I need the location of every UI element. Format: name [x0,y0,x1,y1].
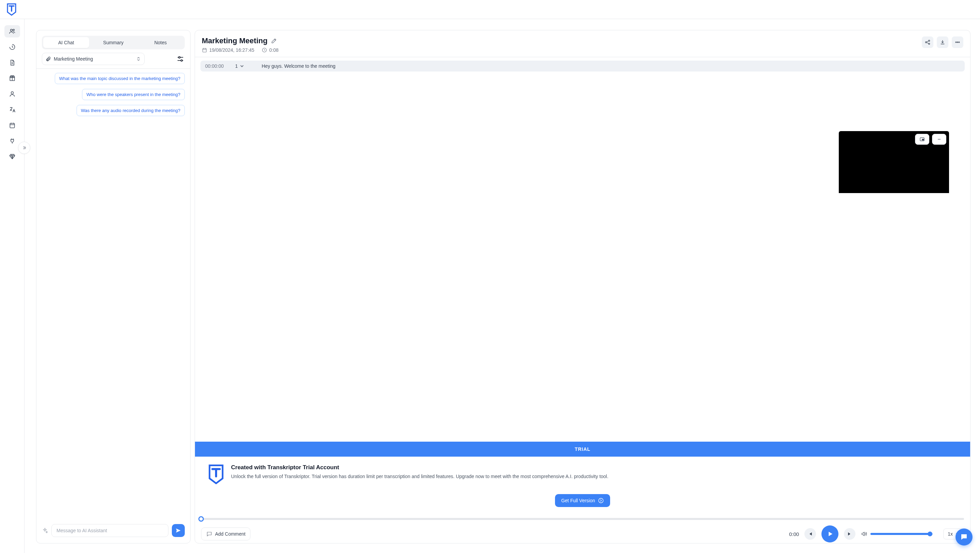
transcript-text: Hey guys. Welcome to the meeting [262,63,336,69]
svg-rect-4 [10,123,14,128]
svg-point-5 [179,57,180,58]
video-preview [839,131,949,193]
sidebar-item-gem[interactable] [5,150,20,163]
sidebar-item-calendar[interactable] [5,119,20,131]
svg-point-14 [959,42,959,43]
attachment-label: Marketing Meeting [54,56,93,62]
calendar-icon [202,47,207,53]
support-chat-fab[interactable] [956,529,972,545]
tab-ai-chat[interactable]: AI Chat [43,37,89,48]
clock-icon [262,47,267,53]
trial-banner: TRIAL [195,441,970,457]
chat-icon [960,533,968,541]
transcript-time: 00:00:00 [205,63,229,69]
send-icon [175,528,181,534]
download-icon [940,39,946,45]
transcript-speaker-select[interactable]: 1 [235,63,256,69]
get-full-version-button[interactable]: Get Full Version [555,494,610,507]
edit-title-icon[interactable] [271,38,277,44]
prev-button[interactable] [804,528,816,540]
attachment-select[interactable]: Marketing Meeting [42,53,145,65]
next-button[interactable] [844,528,856,540]
svg-rect-7 [203,48,207,52]
transcript-row[interactable]: 00:00:00 1 Hey guys. Welcome to the meet… [200,61,965,72]
meeting-duration: 0:08 [262,47,278,53]
sidebar-item-gift[interactable] [5,72,20,84]
sidebar-item-doc[interactable] [5,57,20,69]
trial-logo [207,464,226,484]
app-logo[interactable] [6,4,17,15]
sidebar-expand-button[interactable] [18,142,30,154]
chevron-down-icon [240,64,244,68]
meeting-date: 19/08/2024, 16:27:45 [202,47,254,53]
video-pip-button[interactable] [915,134,929,145]
svg-point-1 [13,29,14,31]
sidebar-item-plug[interactable] [5,135,20,147]
meeting-title: Marketing Meeting [202,37,267,45]
tab-notes[interactable]: Notes [137,37,183,48]
svg-rect-17 [922,139,924,140]
skip-next-icon [847,531,853,537]
volume-thumb[interactable] [928,532,932,536]
tab-summary[interactable]: Summary [91,37,137,48]
ai-message-input[interactable] [51,524,169,537]
svg-point-15 [598,498,603,503]
arrow-circle-icon [598,497,604,504]
paperclip-icon [46,56,51,62]
minus-icon [937,137,942,142]
video-minimize-button[interactable] [932,134,946,145]
sidebar-item-user[interactable] [5,88,20,100]
trial-heading: Created with Transkriptor Trial Account [231,464,608,471]
svg-point-6 [181,60,182,61]
suggestion-chip[interactable]: What was the main topic discussed in the… [55,73,185,84]
svg-point-0 [10,29,12,31]
send-button[interactable] [172,524,185,537]
download-button[interactable] [937,37,948,48]
share-icon [924,39,931,45]
pip-icon [920,137,925,142]
svg-point-3 [11,92,13,94]
sidebar-item-activity[interactable] [5,41,20,53]
player-time: 0:00 [789,531,799,537]
seek-bar[interactable] [201,518,964,520]
play-button[interactable] [821,526,838,542]
more-button[interactable] [952,37,963,48]
suggestion-chip[interactable]: Who were the speakers present in the mee… [82,89,185,100]
share-button[interactable] [922,37,933,48]
more-icon [955,39,961,45]
skip-prev-icon [808,531,813,537]
filter-sliders-button[interactable] [176,54,185,63]
sidebar-item-people[interactable] [5,25,20,37]
volume-icon[interactable] [861,531,867,537]
trial-body: Unlock the full version of Transkriptor.… [231,473,608,480]
left-tabs: AI Chat Summary Notes [42,36,185,49]
play-icon [826,530,834,538]
sidebar-item-language[interactable] [5,104,20,116]
sparkle-icon [42,528,48,534]
add-comment-button[interactable]: Add Comment [201,528,250,540]
volume-slider[interactable] [870,533,933,535]
suggestion-chip[interactable]: Was there any audio recorded during the … [76,105,185,116]
svg-point-13 [957,42,958,43]
chevron-updown-icon [136,57,141,61]
comment-icon [206,531,212,537]
seek-thumb[interactable] [198,516,204,522]
svg-point-12 [956,42,956,43]
